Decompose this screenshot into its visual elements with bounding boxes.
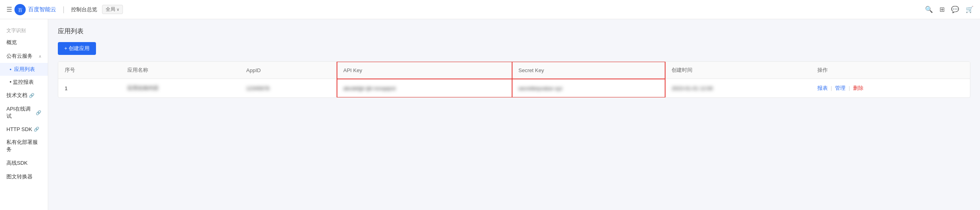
app-table: 序号 应用名称 AppID API Key Secret Key 创建时间 操作… bbox=[58, 62, 970, 97]
cell-created: 2023-01-01 12:00 bbox=[665, 79, 811, 98]
app-name-value: 应用名称内容 bbox=[127, 85, 159, 92]
sidebar-item-label-api-debug: API在线调试 bbox=[6, 105, 34, 120]
top-navigation: ☰ 百 百度智能云 | 控制台总览 全局 ∨ 🔍 ⊞ 💬 🛒 bbox=[0, 0, 980, 19]
cart-icon[interactable]: 🛒 bbox=[966, 6, 974, 13]
main-layout: 文字识别 概览 公有云服务 ∧ • 应用列表 • 监控报表 技术文档 🔗 API… bbox=[0, 19, 980, 210]
cell-secretkey: secretkeyvalue xyz bbox=[512, 79, 666, 98]
col-header-seq: 序号 bbox=[58, 62, 121, 79]
col-header-action: 操作 bbox=[811, 62, 970, 79]
cell-apikey: abcdefgh ijkl mnopqrst bbox=[337, 79, 512, 98]
cell-actions: 报表 | 管理 | 删除 bbox=[811, 79, 970, 98]
created-time-value: 2023-01-01 12:00 bbox=[672, 85, 713, 91]
cell-name: 应用名称内容 bbox=[121, 79, 240, 98]
menu-icon[interactable]: ☰ bbox=[6, 6, 12, 13]
sidebar-item-image-converter[interactable]: 图文转换器 bbox=[0, 170, 48, 184]
external-link-icon-3: 🔗 bbox=[34, 127, 39, 132]
sidebar-item-label-offline-sdk: 高线SDK bbox=[6, 160, 28, 167]
page-title: 应用列表 bbox=[58, 27, 970, 36]
table-header-row: 序号 应用名称 AppID API Key Secret Key 创建时间 操作 bbox=[58, 62, 970, 79]
action-sep-1: | bbox=[831, 85, 832, 91]
external-link-icon: 🔗 bbox=[29, 93, 35, 98]
apps-icon[interactable]: ⊞ bbox=[939, 6, 945, 13]
action-sep-2: | bbox=[849, 85, 850, 91]
col-header-name: 应用名称 bbox=[121, 62, 240, 79]
sidebar-group-label: 公有云服务 bbox=[6, 52, 33, 60]
col-header-created: 创建时间 bbox=[665, 62, 811, 79]
svg-text:百: 百 bbox=[18, 8, 22, 12]
sidebar-item-offline-sdk[interactable]: 高线SDK bbox=[0, 156, 48, 170]
action-report-link[interactable]: 报表 bbox=[817, 85, 828, 91]
create-app-button[interactable]: + 创建应用 bbox=[58, 42, 96, 55]
main-content: 应用列表 + 创建应用 序号 应用名称 AppID API Key Secret… bbox=[48, 19, 980, 210]
sidebar-item-tech-doc[interactable]: 技术文档 🔗 bbox=[0, 89, 48, 102]
cell-seq: 1 bbox=[58, 79, 121, 98]
messages-icon[interactable]: 💬 bbox=[951, 6, 959, 13]
search-icon[interactable]: 🔍 bbox=[925, 6, 933, 13]
sidebar-item-http-sdk[interactable]: HTTP SDK 🔗 bbox=[0, 123, 48, 135]
chevron-up-icon: ∧ bbox=[39, 54, 41, 59]
sidebar-item-label-image-converter: 图文转换器 bbox=[6, 173, 33, 180]
sidebar-item-label-overview: 概览 bbox=[6, 39, 17, 46]
baidu-logo-icon: 百 bbox=[14, 4, 26, 15]
col-header-appid: AppID bbox=[240, 62, 337, 79]
external-link-icon-2: 🔗 bbox=[36, 110, 41, 115]
col-header-apikey: API Key bbox=[337, 62, 512, 79]
sidebar-item-label-app-list: 应用列表 bbox=[14, 66, 35, 73]
secretkey-value: secretkeyvalue xyz bbox=[519, 85, 563, 91]
apikey-value: abcdefgh ijkl mnopqrst bbox=[343, 85, 396, 91]
action-manage-link[interactable]: 管理 bbox=[835, 85, 845, 91]
sidebar-item-api-debug[interactable]: API在线调试 🔗 bbox=[0, 102, 48, 123]
table-row: 1 应用名称内容 12345678 abcdefgh ijkl mnopqrst… bbox=[58, 79, 970, 98]
scope-selector[interactable]: 全局 ∨ bbox=[102, 5, 123, 14]
sidebar-item-label-tech-doc: 技术文档 bbox=[6, 92, 27, 99]
sidebar-group-public-cloud[interactable]: 公有云服务 ∧ bbox=[0, 49, 48, 63]
active-indicator: • bbox=[10, 67, 12, 73]
cell-appid: 12345678 bbox=[240, 79, 337, 98]
scope-label: 全局 bbox=[106, 6, 115, 13]
sidebar-item-label-http-sdk: HTTP SDK bbox=[6, 126, 32, 132]
sidebar-item-overview[interactable]: 概览 bbox=[0, 36, 48, 49]
sidebar: 文字识别 概览 公有云服务 ∧ • 应用列表 • 监控报表 技术文档 🔗 API… bbox=[0, 19, 48, 210]
brand-name: 百度智能云 bbox=[28, 6, 56, 13]
logo: ☰ 百 百度智能云 bbox=[6, 4, 56, 15]
nav-right-actions: 🔍 ⊞ 💬 🛒 bbox=[925, 6, 974, 13]
sidebar-section-title: 文字识别 bbox=[0, 24, 48, 36]
sidebar-item-private-deploy[interactable]: 私有化部署服务 bbox=[0, 135, 48, 156]
col-header-secretkey: Secret Key bbox=[512, 62, 666, 79]
scope-chevron-icon: ∨ bbox=[116, 7, 119, 12]
sidebar-item-monitor[interactable]: • 监控报表 bbox=[0, 76, 48, 89]
sidebar-item-label-monitor: • 监控报表 bbox=[10, 79, 34, 86]
appid-value: 12345678 bbox=[246, 85, 270, 91]
nav-divider: | bbox=[63, 5, 65, 14]
sidebar-item-label-private-deploy: 私有化部署服务 bbox=[6, 139, 41, 153]
app-table-container: 序号 应用名称 AppID API Key Secret Key 创建时间 操作… bbox=[58, 61, 970, 98]
action-delete-link[interactable]: 删除 bbox=[853, 85, 864, 91]
sidebar-item-app-list[interactable]: • 应用列表 bbox=[0, 63, 48, 76]
nav-control-label: 控制台总览 bbox=[71, 6, 97, 13]
